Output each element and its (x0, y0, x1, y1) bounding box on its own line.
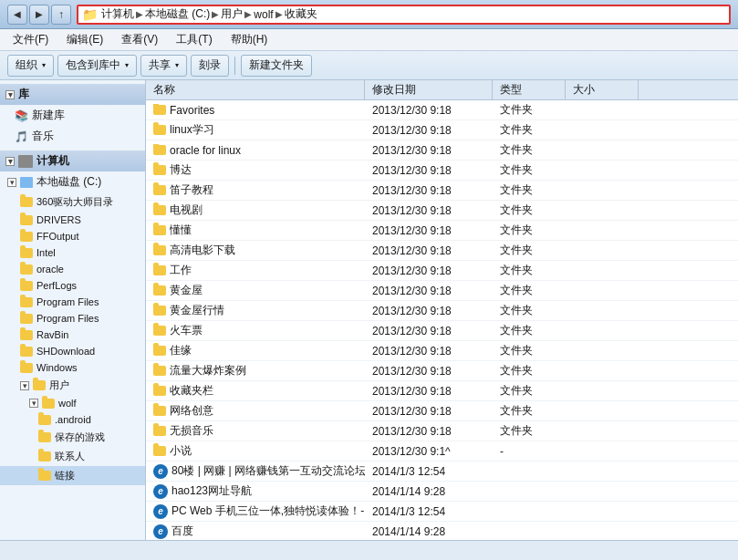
sidebar-item-newlibrary[interactable]: 📚 新建库 (0, 105, 145, 126)
sidebar-item-intel[interactable]: Intel (0, 244, 145, 261)
folder-icon (153, 285, 166, 296)
burn-button[interactable]: 刻录 (191, 55, 229, 77)
organize-button[interactable]: 组织 ▾ (7, 55, 54, 77)
sidebar-item-ffoutput[interactable]: FFOutput (0, 228, 145, 244)
table-row[interactable]: 网络创意 2013/12/30 9:18 文件夹 (146, 401, 738, 421)
file-name: 电视剧 (146, 202, 365, 218)
sidebar-item-drivers[interactable]: DRIVERS (0, 212, 145, 228)
col-header-date[interactable]: 修改日期 (365, 80, 493, 99)
sidebar-item-windows[interactable]: Windows (0, 359, 145, 376)
table-row[interactable]: e hao123网址导航 2014/1/14 9:28 (146, 482, 738, 502)
col-header-name[interactable]: 名称 (146, 80, 365, 99)
computer-expand[interactable]: ▾ (5, 157, 15, 166)
menu-help[interactable]: 帮助(H) (225, 30, 274, 49)
table-row[interactable]: e 80楼 | 网赚 | 网络赚钱第一互动交流论坛... 2014/1/3 12… (146, 461, 738, 482)
table-row[interactable]: 佳缘 2013/12/30 9:18 文件夹 (146, 341, 738, 361)
file-type: 文件夹 (493, 343, 566, 358)
folder-icon (153, 265, 166, 275)
sidebar-item-contacts[interactable]: 联系人 (0, 447, 145, 466)
sidebar-item-shdownload[interactable]: SHDownload (0, 343, 145, 359)
forward-button[interactable]: ▶ (29, 5, 49, 25)
folder-icon (153, 105, 166, 115)
sidebar-item-localDiskC[interactable]: ▾ 本地磁盘 (C:) (0, 171, 145, 192)
file-type: 文件夹 (493, 283, 566, 298)
file-type: 文件夹 (493, 122, 566, 138)
file-date: 2013/12/30 9:18 (365, 244, 493, 257)
localDiskC-expand[interactable]: ▾ (7, 178, 16, 187)
table-row[interactable]: 黄金屋行情 2013/12/30 9:18 文件夹 (146, 301, 738, 321)
file-date: 2013/12/30 9:18 (365, 425, 493, 438)
menu-view[interactable]: 查看(V) (116, 30, 163, 49)
table-row[interactable]: linux学习 2013/12/30 9:18 文件夹 (146, 120, 738, 140)
folder-icon (153, 205, 166, 215)
file-name: e 百度 (146, 524, 365, 539)
share-button[interactable]: 共享 ▾ (140, 55, 187, 77)
table-row[interactable]: 博达 2013/12/30 9:18 文件夹 (146, 161, 738, 181)
table-row[interactable]: Favorites 2013/12/30 9:18 文件夹 (146, 100, 738, 120)
share-arrow: ▾ (175, 61, 179, 69)
sidebar-item-programfiles2[interactable]: Program Files (0, 310, 145, 327)
menu-edit[interactable]: 编辑(E) (61, 30, 109, 49)
back-button[interactable]: ◀ (7, 5, 27, 25)
file-type: 文件夹 (493, 102, 566, 118)
file-date: 2014/1/14 9:28 (365, 525, 493, 538)
file-type: 文件夹 (493, 363, 566, 379)
file-type: 文件夹 (493, 223, 566, 238)
table-row[interactable]: 笛子教程 2013/12/30 9:18 文件夹 (146, 181, 738, 201)
sidebar-item-music[interactable]: 🎵 音乐 (0, 126, 145, 147)
table-row[interactable]: 高清电影下载 2013/12/30 9:18 文件夹 (146, 241, 738, 261)
table-row[interactable]: e PC Web 手机三位一体,独特悦读体验！-... 2014/1/3 12:… (146, 502, 738, 522)
col-header-type[interactable]: 类型 (493, 80, 566, 99)
table-row[interactable]: 流量大爆炸案例 2013/12/30 9:18 文件夹 (146, 361, 738, 381)
sidebar-item-wolf[interactable]: ▾ wolf (0, 395, 145, 411)
table-row[interactable]: 收藏夹栏 2013/12/30 9:18 文件夹 (146, 381, 738, 401)
table-row[interactable]: 电视剧 2013/12/30 9:18 文件夹 (146, 201, 738, 221)
file-date: 2014/1/14 9:28 (365, 485, 493, 498)
sidebar-item-perflogs[interactable]: PerfLogs (0, 277, 145, 294)
wolf-expand[interactable]: ▾ (29, 399, 38, 408)
sidebar-item-links[interactable]: 链接 (0, 466, 145, 485)
folder-icon (153, 346, 166, 356)
table-row[interactable]: 无损音乐 2013/12/30 9:18 文件夹 (146, 421, 738, 441)
address-part-users: 用户 (221, 6, 243, 22)
file-rows-container: Favorites 2013/12/30 9:18 文件夹 linux学习 20… (146, 100, 738, 540)
file-name: 流量大爆炸案例 (146, 363, 365, 379)
toolbar: 组织 ▾ 包含到库中 ▾ 共享 ▾ 刻录 新建文件夹 (0, 51, 738, 80)
users-expand[interactable]: ▾ (20, 381, 29, 390)
table-row[interactable]: 工作 2013/12/30 9:18 文件夹 (146, 261, 738, 281)
libraries-header[interactable]: ▾ 库 (0, 84, 145, 105)
sidebar-item-oracle[interactable]: oracle (0, 261, 145, 277)
libraries-label: 库 (18, 87, 29, 102)
sidebar-item-ravbin[interactable]: RavBin (0, 327, 145, 343)
menu-file[interactable]: 文件(F) (7, 30, 54, 49)
sidebar-item-360[interactable]: 360驱动大师目录 (0, 192, 145, 212)
libraries-expand[interactable]: ▾ (5, 90, 15, 99)
new-folder-button[interactable]: 新建文件夹 (241, 55, 312, 77)
file-date: 2014/1/3 12:54 (365, 505, 493, 518)
sidebar-item-programfiles1[interactable]: Program Files (0, 294, 145, 310)
table-row[interactable]: oracle for linux 2013/12/30 9:18 文件夹 (146, 140, 738, 161)
col-header-size[interactable]: 大小 (566, 80, 639, 99)
table-row[interactable]: 小说 2013/12/30 9:1^ - (146, 441, 738, 461)
sidebar-item-android[interactable]: .android (0, 411, 145, 428)
menu-tools[interactable]: 工具(T) (171, 30, 217, 49)
table-row[interactable]: 懂懂 2013/12/30 9:18 文件夹 (146, 221, 738, 241)
folder-icon (153, 165, 166, 175)
table-row[interactable]: 火车票 2013/12/30 9:18 文件夹 (146, 321, 738, 341)
table-row[interactable]: e 百度 2014/1/14 9:28 (146, 522, 738, 540)
file-name: e 80楼 | 网赚 | 网络赚钱第一互动交流论坛... (146, 463, 365, 479)
computer-header[interactable]: ▾ 计算机 (0, 150, 145, 171)
address-part-computer: 计算机 (101, 6, 134, 22)
table-row[interactable]: 黄金屋 2013/12/30 9:18 文件夹 (146, 281, 738, 301)
file-date: 2013/12/30 9:18 (365, 264, 493, 277)
up-button[interactable]: ↑ (51, 5, 71, 25)
file-type: 文件夹 (493, 263, 566, 278)
folder-perflogs-icon (20, 281, 33, 291)
address-bar[interactable]: 📁 计算机 ▶ 本地磁盘 (C:) ▶ 用户 ▶ wolf ▶ 收藏夹 (77, 5, 731, 25)
include-in-library-button[interactable]: 包含到库中 ▾ (57, 55, 137, 77)
file-name: 黄金屋行情 (146, 303, 365, 318)
folder-windows-icon (20, 363, 33, 373)
sidebar-item-users[interactable]: ▾ 用户 (0, 376, 145, 395)
file-date: 2013/12/30 9:18 (365, 204, 493, 217)
sidebar-item-savedgames[interactable]: 保存的游戏 (0, 428, 145, 447)
